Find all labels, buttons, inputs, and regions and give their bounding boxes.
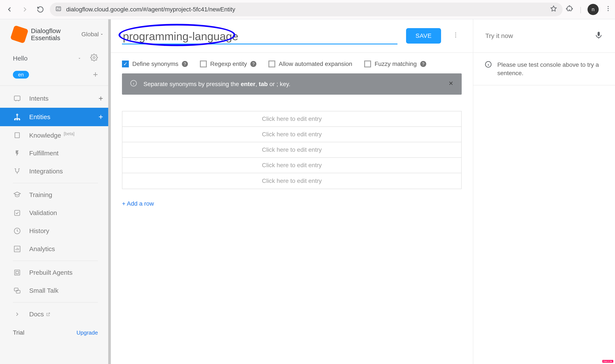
history-icon (13, 227, 22, 235)
sidebar-item-label: Small Talk (29, 287, 58, 294)
sidebar: Dialogflow Essentials Global Hello en + (0, 19, 111, 364)
checkbox-icon (200, 61, 207, 67)
profile-avatar[interactable]: n (588, 4, 599, 15)
sidebar-item-intents[interactable]: Intents + (0, 89, 111, 108)
main-panel: SAVE ✓ Define synonyms ? Regexp entity ? (111, 19, 473, 364)
entry-row[interactable]: Click here to edit entry (122, 127, 461, 142)
sidebar-item-prebuilt[interactable]: Prebuilt Agents (0, 263, 111, 282)
sidebar-item-analytics[interactable]: Analytics (0, 240, 111, 258)
analytics-icon (13, 245, 22, 253)
sidebar-item-entities[interactable]: Entities + (0, 108, 111, 126)
sidebar-item-smalltalk[interactable]: Small Talk (0, 282, 111, 300)
agent-name[interactable]: Hello (13, 55, 77, 62)
chevron-right-icon (13, 310, 22, 318)
sidebar-item-label: History (29, 227, 49, 234)
help-icon[interactable]: ? (420, 61, 426, 67)
gear-icon[interactable] (90, 54, 98, 63)
save-button[interactable]: SAVE (406, 28, 441, 44)
add-language-icon[interactable]: + (93, 70, 98, 79)
upgrade-link[interactable]: Upgrade (77, 329, 98, 336)
checkbox-icon (268, 61, 275, 67)
sidebar-item-training[interactable]: Training (0, 186, 111, 204)
sidebar-item-label: Analytics (29, 245, 55, 253)
language-pill[interactable]: en (13, 71, 29, 78)
svg-point-1 (608, 6, 609, 7)
opt-fuzzy[interactable]: Fuzzy matching ? (364, 61, 426, 67)
sidebar-item-label: Knowledge [beta] (29, 131, 75, 139)
more-menu-icon[interactable] (450, 32, 462, 40)
close-icon[interactable] (448, 80, 454, 88)
dialogflow-logo-icon (10, 25, 28, 44)
add-entity-icon[interactable]: + (99, 112, 103, 121)
svg-point-2 (608, 8, 609, 9)
sidebar-item-label: Docs (29, 311, 51, 318)
svg-point-20 (455, 37, 456, 38)
sidebar-item-docs[interactable]: Docs (0, 305, 111, 323)
info-banner: Separate synonyms by pressing the enter,… (122, 73, 462, 95)
training-icon (13, 191, 22, 199)
sidebar-item-label: Fulfillment (29, 150, 59, 157)
sidebar-item-label: Intents (29, 95, 49, 102)
reload-button[interactable] (34, 3, 46, 15)
knowledge-icon (13, 131, 22, 140)
entities-icon (13, 113, 22, 121)
svg-point-8 (17, 119, 18, 120)
brand: Dialogflow Essentials Global (0, 19, 111, 49)
forward-button[interactable] (19, 3, 31, 15)
checkbox-icon (364, 61, 371, 67)
opt-regexp[interactable]: Regexp entity ? (200, 61, 256, 67)
mic-icon[interactable] (594, 31, 603, 41)
try-panel: Try it now Please use test console above… (473, 19, 615, 364)
sidebar-item-history[interactable]: History (0, 222, 111, 240)
agent-caret-icon[interactable] (77, 55, 81, 62)
scope-dropdown[interactable]: Global (81, 31, 104, 38)
brand-line1: Dialogflow (31, 27, 61, 34)
intents-icon (13, 94, 22, 103)
browser-menu-icon[interactable] (605, 5, 612, 14)
sidebar-item-validation[interactable]: Validation (0, 204, 111, 222)
back-button[interactable] (3, 3, 15, 15)
sidebar-item-label: Prebuilt Agents (29, 269, 73, 276)
svg-point-4 (93, 57, 95, 59)
opt-define-synonyms[interactable]: ✓ Define synonyms ? (122, 61, 188, 67)
opt-auto-expand[interactable]: Allow automated expansion (268, 61, 352, 67)
entry-row[interactable]: Click here to edit entry (122, 173, 461, 189)
svg-point-9 (19, 119, 20, 120)
sidebar-item-fulfillment[interactable]: Fulfillment (0, 144, 111, 162)
try-it-label[interactable]: Try it now (485, 32, 513, 39)
sidebar-item-label: Entities (29, 113, 50, 121)
address-bar[interactable]: dialogflow.cloud.google.com/#/agent/mypr… (50, 2, 562, 16)
fulfillment-icon (13, 149, 22, 157)
svg-rect-10 (15, 133, 20, 138)
info-icon (130, 79, 137, 89)
sidebar-item-knowledge[interactable]: Knowledge [beta] (0, 126, 111, 144)
svg-rect-11 (15, 210, 20, 215)
entry-row[interactable]: Click here to edit entry (122, 142, 461, 158)
entity-name-input[interactable] (122, 27, 398, 44)
add-row-link[interactable]: + Add a row (122, 200, 462, 207)
star-icon[interactable] (550, 5, 558, 14)
entry-row[interactable]: Click here to edit entry (122, 158, 461, 173)
add-intent-icon[interactable]: + (99, 94, 103, 103)
svg-rect-14 (15, 270, 20, 275)
svg-point-7 (14, 119, 15, 120)
checkbox-checked-icon: ✓ (122, 61, 129, 67)
brand-line2: Essentials (31, 34, 61, 41)
sidebar-item-integrations[interactable]: Integrations (0, 162, 111, 180)
svg-point-6 (16, 114, 18, 116)
entry-row[interactable]: Click here to edit entry (122, 111, 461, 127)
banner-text: Separate synonyms by pressing the enter,… (143, 81, 290, 88)
trial-label: Trial (13, 329, 24, 336)
svg-point-18 (455, 32, 456, 33)
help-icon[interactable]: ? (250, 61, 256, 67)
site-info-icon[interactable] (55, 5, 62, 13)
integrations-icon (13, 167, 22, 176)
watermark-badge: Paint X lite (602, 360, 613, 363)
sidebar-item-label: Validation (29, 209, 57, 217)
entries-table: Click here to edit entry Click here to e… (122, 111, 462, 189)
svg-rect-5 (14, 96, 20, 101)
help-icon[interactable]: ? (182, 61, 188, 67)
try-info-text: Please use test console above to try a s… (497, 61, 604, 77)
prebuilt-icon (13, 268, 22, 277)
extensions-icon[interactable] (566, 5, 574, 14)
